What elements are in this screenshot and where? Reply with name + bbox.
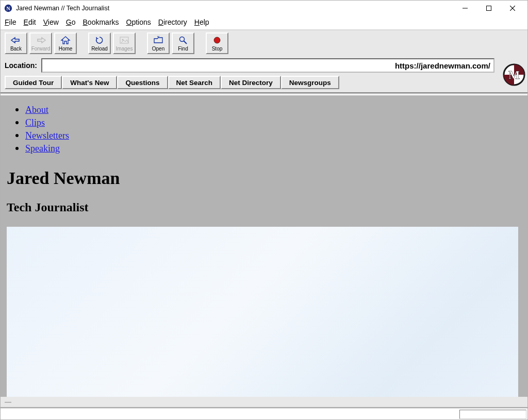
forward-button[interactable]: Forward — [29, 32, 52, 54]
statusbar — [1, 409, 527, 419]
stop-button[interactable]: Stop — [206, 32, 228, 54]
titlebar: N Jared Newman // Tech Journalist — [1, 1, 527, 16]
toolbar-area: Back Forward Home Reload — [1, 29, 527, 92]
toolbar: Back Forward Home Reload — [1, 30, 527, 57]
location-input[interactable] — [41, 58, 494, 73]
menu-view[interactable]: View — [43, 18, 59, 26]
svg-rect-3 — [487, 6, 491, 11]
nav-link-speaking[interactable]: Speaking — [25, 143, 60, 154]
nav-link-clips[interactable]: Clips — [25, 117, 45, 128]
svg-text:M: M — [508, 68, 520, 81]
minimize-button[interactable] — [453, 1, 477, 16]
page-content[interactable]: About Clips Newsletters Speaking Jared N… — [1, 95, 527, 397]
svg-point-10 — [214, 37, 220, 43]
browser-window: N Jared Newman // Tech Journalist File E… — [0, 0, 528, 420]
home-button[interactable]: Home — [54, 32, 77, 54]
back-arrow-icon — [10, 35, 22, 45]
app-icon: N — [4, 4, 13, 13]
page-nav-list: About Clips Newsletters Speaking — [25, 104, 527, 154]
nav-link-newsletters[interactable]: Newsletters — [25, 130, 69, 141]
svg-point-7 — [122, 39, 124, 41]
stop-icon — [213, 35, 221, 45]
reload-button[interactable]: Reload — [88, 32, 111, 54]
menubar: File Edit View Go Bookmarks Options Dire… — [1, 16, 527, 29]
menu-go[interactable]: Go — [66, 18, 76, 26]
svg-point-8 — [180, 37, 185, 42]
images-icon — [119, 35, 129, 45]
home-icon — [60, 35, 71, 45]
nav-item-speaking: Speaking — [25, 142, 527, 154]
open-button[interactable]: Open — [147, 32, 170, 54]
maximize-button[interactable] — [477, 1, 501, 16]
location-bar: Location: — [1, 57, 499, 75]
dir-net-search[interactable]: Net Search — [168, 76, 221, 89]
dir-whats-new[interactable]: What's New — [62, 76, 117, 89]
menu-file[interactable]: File — [5, 18, 16, 26]
menu-edit[interactable]: Edit — [24, 18, 36, 26]
nav-item-about: About — [25, 104, 527, 115]
menu-options[interactable]: Options — [126, 18, 151, 26]
viewport: About Clips Newsletters Speaking Jared N… — [1, 95, 527, 397]
close-button[interactable] — [501, 1, 524, 16]
forward-arrow-icon — [35, 35, 46, 45]
page-subheading: Tech Journalist — [7, 200, 527, 214]
find-icon — [178, 35, 188, 45]
nav-link-about[interactable]: About — [25, 105, 48, 115]
dir-net-directory[interactable]: Net Directory — [221, 76, 281, 89]
open-icon — [153, 35, 163, 45]
menu-directory[interactable]: Directory — [158, 18, 187, 26]
location-label: Location: — [5, 61, 37, 70]
menu-bookmarks[interactable]: Bookmarks — [83, 18, 119, 26]
images-button[interactable]: Images — [113, 32, 136, 54]
menu-help[interactable]: Help — [194, 18, 209, 26]
svg-line-9 — [184, 41, 187, 44]
status-box — [459, 410, 526, 419]
nav-item-clips: Clips — [25, 116, 527, 128]
page-heading: Jared Newman — [7, 169, 527, 188]
back-button[interactable]: Back — [5, 32, 27, 54]
nav-item-newsletters: Newsletters — [25, 129, 527, 141]
window-title: Jared Newman // Tech Journalist — [16, 5, 453, 12]
svg-text:N: N — [6, 6, 10, 11]
find-button[interactable]: Find — [172, 32, 194, 54]
throbber-logo: M — [501, 61, 527, 88]
status-stage: — — [1, 397, 527, 407]
window-controls — [453, 1, 524, 16]
hero-image — [7, 227, 518, 397]
dir-questions[interactable]: Questions — [117, 76, 168, 89]
reload-icon — [95, 35, 104, 45]
dir-newsgroups[interactable]: Newsgroups — [281, 76, 339, 89]
dir-guided-tour[interactable]: Guided Tour — [5, 76, 62, 89]
directory-bar: Guided Tour What's New Questions Net Sea… — [1, 75, 499, 92]
